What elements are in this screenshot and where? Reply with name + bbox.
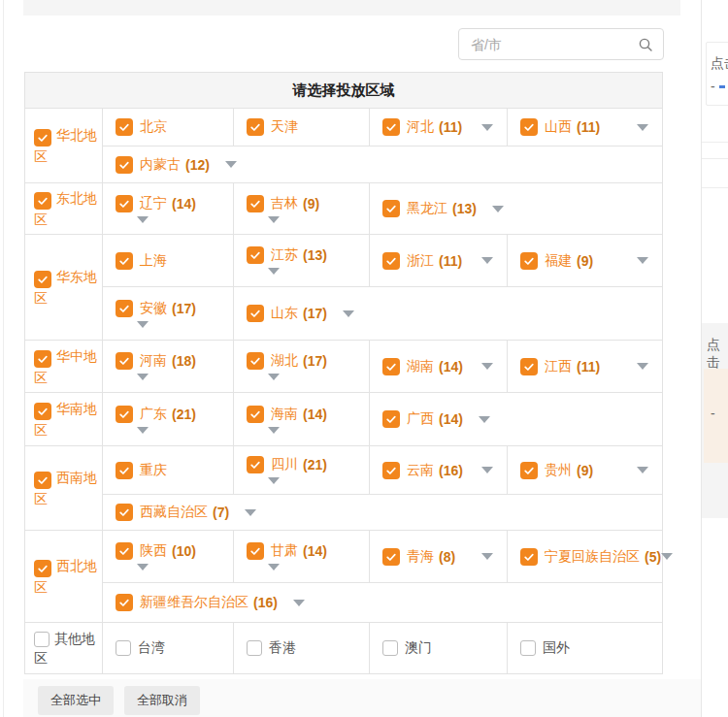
province-label[interactable]: 澳门 xyxy=(405,639,432,657)
region-toggle[interactable]: 华中地区 xyxy=(34,346,98,387)
province-label[interactable]: 重庆 xyxy=(140,462,167,479)
province-label[interactable]: 国外 xyxy=(543,639,570,657)
dropdown-arrow-icon[interactable] xyxy=(481,124,493,131)
dropdown-arrow-icon[interactable] xyxy=(137,321,149,328)
dropdown-arrow-icon[interactable] xyxy=(268,216,280,223)
province-label[interactable]: 四川 xyxy=(271,456,298,473)
search-input[interactable] xyxy=(459,37,638,52)
dropdown-arrow-icon[interactable] xyxy=(492,206,504,212)
region-toggle[interactable]: 华北地区 xyxy=(34,125,98,166)
province-label[interactable]: 陕西 xyxy=(140,542,167,560)
region-checkbox[interactable] xyxy=(34,192,51,210)
dropdown-arrow-icon[interactable] xyxy=(637,124,648,131)
dropdown-arrow-icon[interactable] xyxy=(637,363,648,370)
dropdown-arrow-icon[interactable] xyxy=(137,427,149,434)
province-checkbox[interactable] xyxy=(116,504,133,521)
province-label[interactable]: 西藏自治区 xyxy=(140,504,208,521)
province-label[interactable]: 云南 xyxy=(407,462,434,479)
dropdown-arrow-icon[interactable] xyxy=(268,374,280,380)
dropdown-arrow-icon[interactable] xyxy=(661,553,673,560)
province-checkbox[interactable] xyxy=(520,118,538,136)
province-label[interactable]: 湖北 xyxy=(271,352,298,370)
province-checkbox[interactable] xyxy=(520,548,538,566)
province-checkbox[interactable] xyxy=(382,118,400,136)
province-label[interactable]: 上海 xyxy=(140,252,167,270)
province-label[interactable]: 河南 xyxy=(140,352,167,370)
province-checkbox[interactable] xyxy=(247,352,264,370)
province-checkbox[interactable] xyxy=(382,548,400,566)
province-checkbox[interactable] xyxy=(116,118,133,136)
province-checkbox[interactable] xyxy=(116,462,133,479)
province-checkbox[interactable] xyxy=(116,195,133,212)
select-all-button[interactable]: 全部选中 xyxy=(38,686,114,715)
province-checkbox[interactable] xyxy=(520,358,538,375)
province-checkbox[interactable] xyxy=(247,640,262,656)
province-checkbox[interactable] xyxy=(382,640,398,656)
province-checkbox[interactable] xyxy=(247,246,264,264)
province-label[interactable]: 河北 xyxy=(407,118,434,136)
dropdown-arrow-icon[interactable] xyxy=(245,509,256,516)
province-checkbox[interactable] xyxy=(520,462,538,479)
region-checkbox[interactable] xyxy=(34,560,51,577)
province-checkbox[interactable] xyxy=(382,462,400,479)
dropdown-arrow-icon[interactable] xyxy=(481,363,493,370)
region-checkbox[interactable] xyxy=(34,129,51,147)
dropdown-arrow-icon[interactable] xyxy=(479,416,490,423)
dropdown-arrow-icon[interactable] xyxy=(268,564,280,570)
province-label[interactable]: 宁夏回族自治区 xyxy=(545,548,640,566)
province-checkbox[interactable] xyxy=(116,252,133,270)
dropdown-arrow-icon[interactable] xyxy=(481,467,493,473)
province-label[interactable]: 台湾 xyxy=(138,639,165,657)
province-checkbox[interactable] xyxy=(247,542,264,560)
province-checkbox[interactable] xyxy=(116,300,133,317)
province-label[interactable]: 广东 xyxy=(140,406,167,423)
dropdown-arrow-icon[interactable] xyxy=(481,257,493,264)
province-checkbox[interactable] xyxy=(116,640,131,656)
region-toggle[interactable]: 其他地区 xyxy=(34,629,98,668)
region-checkbox[interactable] xyxy=(34,472,51,489)
province-checkbox[interactable] xyxy=(382,252,400,270)
province-label[interactable]: 甘肃 xyxy=(271,542,298,560)
province-checkbox[interactable] xyxy=(382,410,400,428)
province-label[interactable]: 山东 xyxy=(271,305,298,322)
province-checkbox[interactable] xyxy=(520,640,536,656)
province-label[interactable]: 香港 xyxy=(269,639,296,657)
province-checkbox[interactable] xyxy=(116,542,133,560)
province-label[interactable]: 浙江 xyxy=(407,252,434,270)
province-label[interactable]: 湖南 xyxy=(407,358,434,375)
province-checkbox[interactable] xyxy=(116,156,133,174)
province-checkbox[interactable] xyxy=(247,456,264,473)
dropdown-arrow-icon[interactable] xyxy=(225,161,237,168)
province-checkbox[interactable] xyxy=(116,594,133,611)
province-label[interactable]: 江西 xyxy=(545,358,572,375)
province-checkbox[interactable] xyxy=(116,406,133,423)
dropdown-arrow-icon[interactable] xyxy=(343,310,354,317)
province-label[interactable]: 黑龙江 xyxy=(407,200,447,217)
province-label[interactable]: 广西 xyxy=(407,410,434,428)
dropdown-arrow-icon[interactable] xyxy=(637,467,648,473)
region-checkbox[interactable] xyxy=(34,271,51,288)
region-toggle[interactable]: 西北地区 xyxy=(34,556,98,597)
dropdown-arrow-icon[interactable] xyxy=(268,427,280,434)
region-toggle[interactable]: 东北地区 xyxy=(34,188,98,229)
province-label[interactable]: 北京 xyxy=(140,118,167,136)
dropdown-arrow-icon[interactable] xyxy=(137,216,149,223)
dropdown-arrow-icon[interactable] xyxy=(137,374,149,380)
province-label[interactable]: 内蒙古 xyxy=(140,156,181,174)
province-label[interactable]: 辽宁 xyxy=(140,195,167,212)
dropdown-arrow-icon[interactable] xyxy=(481,553,493,560)
dropdown-arrow-icon[interactable] xyxy=(637,257,648,264)
province-label[interactable]: 山西 xyxy=(545,118,572,136)
region-checkbox[interactable] xyxy=(34,632,50,647)
province-label[interactable]: 海南 xyxy=(271,406,298,423)
region-toggle[interactable]: 华南地区 xyxy=(34,399,98,440)
province-label[interactable]: 新疆维吾尔自治区 xyxy=(140,594,248,611)
region-checkbox[interactable] xyxy=(34,403,51,420)
province-checkbox[interactable] xyxy=(382,200,400,217)
region-toggle[interactable]: 西南地区 xyxy=(34,468,98,508)
province-label[interactable]: 安徽 xyxy=(140,300,167,317)
province-label[interactable]: 江苏 xyxy=(271,246,298,264)
province-checkbox[interactable] xyxy=(247,195,264,212)
province-label[interactable]: 天津 xyxy=(271,118,298,136)
search-icon[interactable] xyxy=(638,37,653,52)
